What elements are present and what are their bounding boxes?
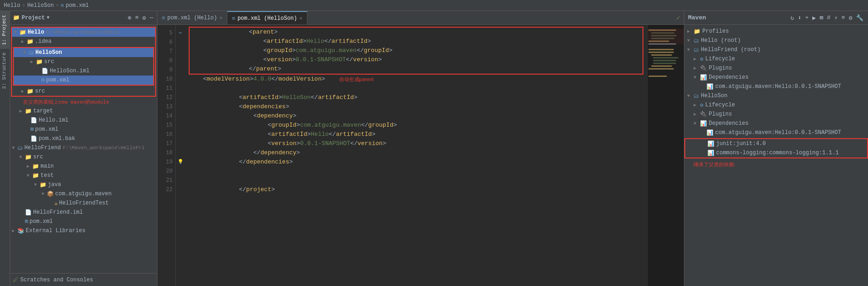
maven-list-icon[interactable]: ≡ bbox=[840, 14, 846, 22]
maven-label-deps1: Dependencies bbox=[709, 74, 748, 81]
code-editor[interactable]: <parent> <artifactId>Hello</artifactId> … bbox=[185, 25, 647, 286]
maven-label-plugins1: Plugins bbox=[709, 65, 732, 71]
maven-settings-icon[interactable]: ⚙ bbox=[848, 14, 853, 22]
maven-label-junit: junit:junit:4.0 bbox=[716, 140, 766, 147]
maven-label-hellofriend-root: HelloFriend (root) bbox=[701, 47, 761, 53]
maven-item-lifecycle1[interactable]: ▶ ⚙ Lifecycle bbox=[684, 54, 868, 64]
tree-arrow-package: ▼ bbox=[41, 192, 47, 197]
tree-item-hellofriendtest[interactable]: ☕ HelloFriendTest bbox=[10, 198, 157, 208]
panel-dropdown-icon[interactable]: ▼ bbox=[46, 15, 49, 20]
maven-add-icon[interactable]: + bbox=[804, 14, 810, 22]
tree-item-java[interactable]: ▼ 📁 java bbox=[10, 180, 157, 189]
minimap[interactable] bbox=[647, 25, 684, 286]
tab-close-hello[interactable]: ✕ bbox=[220, 15, 223, 21]
tree-item-hello[interactable]: ▼ 📁 Hello C:\Maven_workspace\Hello bbox=[12, 28, 155, 37]
maven-item-hellosen-root[interactable]: ▼ 🗂 HelloSon bbox=[684, 91, 868, 100]
maven-item-hellofriend-root[interactable]: ▼ 🗂 HelloFriend (root) bbox=[684, 45, 868, 54]
tree-item-hellofriend[interactable]: ▼ 🗂 HelloFriend F:\Maven_workspace\Hello… bbox=[10, 143, 157, 152]
maven-label-deps2: Dependencies bbox=[709, 120, 748, 127]
maven-item-commons-logging[interactable]: 📊 commons-logging:commons-logging:1.1.1 bbox=[685, 148, 867, 158]
svg-rect-12 bbox=[651, 65, 672, 67]
tab-pom-hello[interactable]: m pom.xml (Hello) ✕ bbox=[157, 11, 227, 24]
tab-pom-hellosen[interactable]: m pom.xml (HelloSon) ✕ bbox=[227, 11, 307, 24]
tree-item-hellosen-iml[interactable]: 📄 HelloSon.iml bbox=[14, 66, 153, 76]
tree-item-package[interactable]: ▼ 📦 com.atguigu.maven bbox=[10, 189, 157, 198]
maven-item-lifecycle2[interactable]: ▶ ⚙ Lifecycle bbox=[684, 100, 868, 110]
tree-item-hellosen[interactable]: ▼ 🗂 HelloSon bbox=[14, 48, 153, 57]
breadcrumb-sep1: › bbox=[22, 2, 25, 9]
add-icon[interactable]: ⊕ bbox=[127, 14, 133, 22]
breadcrumb-file-icon: m bbox=[61, 3, 64, 8]
tree-item-pom-bak[interactable]: 📄 pom.xml.bak bbox=[10, 134, 157, 143]
maven-arrow-plugins1: ▶ bbox=[694, 65, 700, 71]
maven-icon-lifecycle2: ⚙ bbox=[700, 102, 703, 109]
maven-run-icon[interactable]: ▶ bbox=[811, 14, 817, 22]
gutter-line-21 bbox=[176, 176, 185, 185]
scratches-item[interactable]: 🖊 Scratches and Consoles bbox=[10, 273, 157, 286]
check-icon: ✓ bbox=[677, 14, 680, 22]
breadcrumb-filename[interactable]: pom.xml bbox=[66, 2, 89, 9]
tree-item-main[interactable]: ▶ 📁 main bbox=[10, 162, 157, 171]
maven-label-dep-hello2: com.atguigu.maven:Hello:0.0.1-SNAPSHOT bbox=[715, 129, 841, 136]
tree-item-hellofriend-iml[interactable]: 📄 HelloFriend.iml bbox=[10, 208, 157, 217]
tree-item-src2[interactable]: ▶ 📁 src bbox=[12, 87, 155, 96]
maven-item-deps2[interactable]: ▼ 📊 Dependencies bbox=[684, 119, 868, 128]
maven-arrow-hello-root: ▼ bbox=[687, 38, 694, 43]
maven-item-dep-hello1[interactable]: 📊 com.atguigu.maven:Hello:0.0.1-SNAPSHOT bbox=[684, 82, 868, 91]
maven-label-hellosen-root: HelloSon bbox=[701, 93, 728, 99]
tab-project[interactable]: 1: Project bbox=[0, 11, 10, 49]
maven-refresh-icon[interactable]: ↻ bbox=[790, 14, 795, 22]
code-line-19: </dependencies> bbox=[189, 158, 643, 167]
maven-skip-icon[interactable]: # bbox=[826, 14, 832, 22]
tree-item-src3[interactable]: ▼ 📁 src bbox=[10, 152, 157, 162]
tree-item-hello-pom[interactable]: m pom.xml bbox=[10, 125, 157, 134]
maven-m-icon[interactable]: m bbox=[819, 14, 824, 22]
tree-item-src1[interactable]: ▶ 📁 src bbox=[14, 57, 153, 66]
maven-icon-dep-hello2: 📊 bbox=[706, 129, 713, 136]
maven-item-deps1[interactable]: ▼ 📊 Dependencies bbox=[684, 73, 868, 82]
panel-toolbar: ⊕ ≡ ⚙ — bbox=[127, 14, 154, 22]
collapse-icon[interactable]: ≡ bbox=[134, 14, 140, 22]
maven-wrench-icon[interactable]: 🔧 bbox=[855, 14, 864, 22]
code-line-21 bbox=[189, 176, 643, 185]
tree-item-hello-iml[interactable]: 📄 Hello.iml bbox=[10, 116, 157, 125]
maven-item-dep-hello2[interactable]: 📊 com.atguigu.maven:Hello:0.0.1-SNAPSHOT bbox=[684, 128, 868, 137]
breadcrumb-hello[interactable]: Hello bbox=[4, 2, 20, 9]
maven-lifecycle-icon[interactable]: ⚡ bbox=[833, 14, 839, 22]
maven-label-profiles: Profiles bbox=[702, 28, 729, 35]
maven-item-hello-root[interactable]: ▼ 🗂 Hello (root) bbox=[684, 36, 868, 45]
folder-icon-src3: 📁 bbox=[25, 154, 32, 161]
maven-item-plugins1[interactable]: ▶ 🔌 Plugins bbox=[684, 64, 868, 73]
tree-label-hellosen: HelloSon bbox=[35, 49, 62, 56]
tree-item-hellosen-pom[interactable]: m pom.xml bbox=[14, 76, 153, 85]
breadcrumb-hellosen[interactable]: HelloSon bbox=[27, 2, 54, 9]
tree-item-target[interactable]: ▶ 📁 target bbox=[10, 106, 157, 116]
tree-item-external-libs[interactable]: ▶ 📚 External Libraries bbox=[10, 226, 157, 235]
editor-content: 5678910111213141516171819202122 ↦ bbox=[157, 25, 684, 286]
tree-item-test[interactable]: ▼ 📁 test bbox=[10, 171, 157, 180]
settings-icon[interactable]: ⚙ bbox=[141, 14, 147, 22]
tree-label-hellofriend-iml: HelloFriend.iml bbox=[33, 209, 83, 216]
tree-arrow-java: ▼ bbox=[34, 182, 40, 187]
gutter-line-18 bbox=[176, 148, 185, 158]
editor-area: m pom.xml (Hello) ✕ m pom.xml (HelloSon)… bbox=[157, 11, 684, 286]
tree-item-hellofriend-pom[interactable]: m pom.xml bbox=[10, 217, 157, 226]
maven-item-junit[interactable]: 📊 junit:junit:4.0 bbox=[685, 139, 867, 148]
maven-toolbar: ↻ ⬇ + ▶ m # ⚡ ≡ ⚙ 🔧 bbox=[790, 14, 864, 22]
maven-icon-junit: 📊 bbox=[707, 140, 714, 147]
maven-item-profiles[interactable]: ▶ 📁 Profiles bbox=[684, 27, 868, 36]
tree-label-pom-bak: pom.xml.bak bbox=[39, 135, 75, 142]
tree-item-idea[interactable]: ▶ 📁 .idea bbox=[12, 37, 155, 46]
tab-structure[interactable]: 2: Structure bbox=[0, 49, 10, 93]
maven-item-plugins2[interactable]: ▶ 🔌 Plugins bbox=[684, 110, 868, 119]
code-line-11 bbox=[189, 84, 643, 93]
hide-icon[interactable]: — bbox=[149, 14, 154, 22]
maven-icon-deps1: 📊 bbox=[700, 74, 707, 81]
maven-arrow-dep-hello1 bbox=[700, 84, 706, 89]
maven-label-hello-root: Hello (root) bbox=[701, 37, 741, 44]
tab-close-hellosen[interactable]: ✕ bbox=[300, 15, 303, 21]
svg-rect-8 bbox=[651, 54, 672, 56]
gutter-line-20 bbox=[176, 167, 185, 176]
maven-download-icon[interactable]: ⬇ bbox=[797, 14, 802, 22]
maven-icon-hello-root: 🗂 bbox=[694, 37, 699, 44]
